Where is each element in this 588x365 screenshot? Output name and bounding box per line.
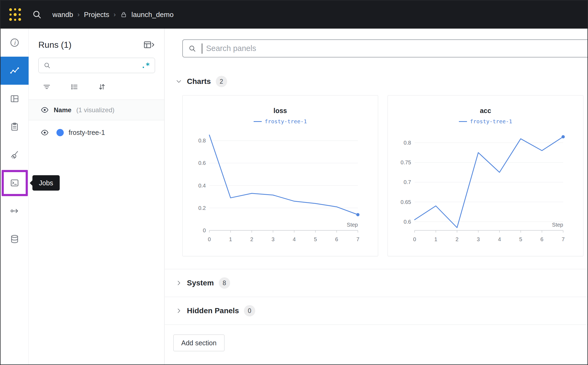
acc-line-chart[interactable]: 0.60.650.70.750.801234567Step [393, 126, 578, 250]
runs-search-box[interactable]: .* [38, 58, 155, 73]
section-header-system[interactable]: System 8 [165, 269, 587, 297]
legend-line-swatch [254, 121, 262, 122]
breadcrumb-project[interactable]: launch_demo [132, 11, 174, 19]
run-list-item[interactable]: frosty-tree-1 [29, 120, 164, 145]
svg-text:2: 2 [250, 236, 253, 242]
svg-text:5: 5 [314, 236, 317, 242]
runs-toolbar [29, 83, 164, 91]
svg-text:1: 1 [434, 236, 437, 242]
chart-panel-loss[interactable]: loss frosty-tree-1 00.20.40.60.801234567… [182, 95, 378, 256]
sidebar-item-artifacts[interactable] [1, 225, 29, 253]
divider [165, 325, 587, 325]
breadcrumb-separator: › [114, 11, 116, 18]
sidebar-item-workspace[interactable] [1, 57, 29, 85]
svg-text:6: 6 [540, 236, 543, 242]
wandb-dots-logo-icon [7, 7, 23, 22]
section-header-hidden-panels[interactable]: Hidden Panels 0 [165, 297, 587, 325]
svg-text:0: 0 [208, 236, 211, 242]
runs-title: Runs (1) [38, 40, 72, 50]
svg-text:4: 4 [293, 236, 296, 242]
svg-text:0: 0 [413, 236, 416, 242]
svg-text:0.4: 0.4 [198, 183, 206, 189]
legend-run-name: frosty-tree-1 [265, 118, 307, 125]
section-count-badge: 8 [219, 277, 230, 289]
section-count-badge: 2 [216, 76, 227, 87]
clipboard-icon [10, 122, 19, 132]
section-label: System [187, 279, 214, 287]
sidebar-item-runs-table[interactable] [1, 85, 29, 113]
filter-icon[interactable] [43, 83, 51, 91]
group-list-icon[interactable] [70, 83, 78, 91]
sidebar-item-sweeps[interactable] [1, 141, 29, 169]
svg-text:3: 3 [271, 236, 274, 242]
search-icon [188, 45, 196, 53]
chevron-right-icon [176, 308, 182, 314]
search-icon [32, 9, 42, 20]
wandb-logo[interactable] [6, 6, 24, 23]
run-name[interactable]: frosty-tree-1 [69, 129, 105, 137]
runs-header: Runs (1) [29, 29, 164, 50]
add-section-button[interactable]: Add section [173, 335, 224, 351]
svg-text:0.65: 0.65 [401, 199, 411, 205]
visualized-count-label: (1 visualized) [76, 106, 114, 114]
panel-search-box[interactable] [182, 39, 587, 57]
sort-icon[interactable] [98, 83, 106, 91]
chart-legend: frosty-tree-1 [254, 118, 307, 125]
broom-icon [10, 150, 19, 160]
svg-text:7: 7 [356, 236, 359, 242]
breadcrumb: wandb › Projects › launch_demo [52, 11, 174, 19]
wandb-app-window: wandb › Projects › launch_demo i [0, 0, 588, 365]
svg-text:0: 0 [203, 227, 206, 233]
visibility-eye-icon[interactable] [41, 106, 49, 114]
chart-title: loss [273, 107, 287, 115]
breadcrumb-org[interactable]: wandb [52, 11, 73, 19]
text-caret [202, 43, 202, 54]
chart-legend: frosty-tree-1 [459, 118, 512, 125]
sidebar-item-overview[interactable]: i [1, 29, 29, 57]
workspace-main: Charts 2 loss frosty-tree-1 00.20.40.60.… [165, 29, 587, 364]
database-icon [10, 234, 19, 244]
svg-text:5: 5 [519, 236, 522, 242]
chart-panel-acc[interactable]: acc frosty-tree-1 0.60.650.70.750.801234… [388, 95, 583, 256]
info-icon: i [10, 38, 19, 47]
section-count-badge: 0 [244, 305, 255, 316]
top-navbar: wandb › Projects › launch_demo [1, 1, 587, 29]
sidebar-item-reports[interactable] [1, 113, 29, 141]
column-header-name[interactable]: Name [54, 106, 71, 114]
svg-text:0.8: 0.8 [404, 140, 411, 146]
line-chart-icon [9, 66, 20, 76]
run-color-dot [56, 129, 64, 136]
loss-line-chart[interactable]: 00.20.40.60.801234567Step [188, 126, 373, 250]
table-icon [10, 94, 19, 104]
runs-sidebar-panel: Runs (1) .* [29, 29, 164, 364]
sidebar-item-automations[interactable] [1, 197, 29, 225]
svg-text:0.6: 0.6 [198, 160, 206, 166]
breadcrumb-projects[interactable]: Projects [84, 11, 109, 19]
runs-search-input[interactable] [55, 62, 137, 69]
chevron-right-icon [176, 280, 182, 286]
project-sidebar-rail: i [1, 29, 29, 364]
expand-table-button[interactable] [143, 39, 155, 50]
regex-toggle[interactable]: .* [141, 61, 150, 70]
lock-icon [120, 11, 127, 18]
chevron-down-icon [176, 78, 182, 85]
global-search-button[interactable] [32, 9, 42, 20]
svg-text:0.8: 0.8 [198, 138, 206, 144]
sidebar-item-jobs[interactable]: Jobs [1, 169, 29, 197]
svg-text:i: i [14, 39, 16, 46]
section-header-charts[interactable]: Charts 2 [176, 76, 587, 87]
svg-text:0.6: 0.6 [404, 219, 411, 225]
svg-text:0.2: 0.2 [198, 205, 206, 211]
jobs-tooltip: Jobs [32, 175, 60, 191]
svg-text:2: 2 [456, 236, 459, 242]
section-label: Hidden Panels [187, 306, 239, 315]
panel-search-input[interactable] [206, 44, 582, 53]
svg-text:1: 1 [229, 236, 232, 242]
svg-text:6: 6 [335, 236, 338, 242]
breadcrumb-separator: › [78, 11, 80, 18]
charts-row: loss frosty-tree-1 00.20.40.60.801234567… [182, 95, 587, 256]
visibility-eye-icon[interactable] [41, 128, 49, 137]
svg-text:3: 3 [477, 236, 480, 242]
svg-text:0.7: 0.7 [404, 179, 411, 185]
jobs-highlight-frame [2, 170, 28, 196]
